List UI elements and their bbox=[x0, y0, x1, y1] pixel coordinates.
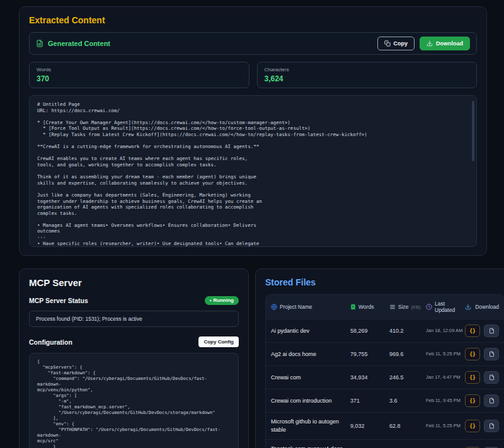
file-size: 3.6 bbox=[389, 398, 426, 404]
view-json-button[interactable]: {} bbox=[465, 348, 480, 360]
stats-row: Words 370 Characters 3,624 bbox=[29, 62, 477, 88]
file-name: Crewai com introduction bbox=[271, 397, 350, 405]
view-markdown-button[interactable] bbox=[484, 325, 499, 337]
scrollbar-thumb[interactable] bbox=[472, 101, 474, 161]
table-row: Ag2 ai docs home 79,755 969.6 Feb 11, 5:… bbox=[266, 342, 504, 365]
process-status-text: Process found (PID: 1531); Process is ac… bbox=[36, 316, 142, 322]
table-body: Ai pydantic dev 58,269 410.2 Jan 18, 12:… bbox=[266, 319, 504, 448]
table-row: Ai pydantic dev 58,269 410.2 Jan 18, 12:… bbox=[266, 319, 504, 342]
file-updated: Feb 11, 5:25 PM bbox=[426, 351, 465, 357]
view-json-button[interactable]: {} bbox=[465, 371, 480, 384]
table-row: Microsoft github io autogen stable 9,032… bbox=[266, 412, 504, 439]
clock-icon bbox=[426, 304, 432, 310]
status-badge: • Running bbox=[205, 296, 239, 305]
col-words: Words bbox=[350, 304, 389, 310]
file-icon bbox=[489, 423, 495, 429]
page-root: Extracted Content Generated Content bbox=[0, 0, 504, 448]
extracted-content-title: Extracted Content bbox=[29, 15, 477, 25]
config-viewer: { "mcpServers": { "fast-markdown": { "co… bbox=[29, 353, 239, 448]
characters-stat-value: 3,624 bbox=[265, 74, 470, 83]
copy-config-button[interactable]: Copy Config bbox=[198, 336, 239, 347]
file-words: 58,269 bbox=[350, 328, 389, 334]
file-updated: Feb 11, 5:25 PM bbox=[426, 423, 465, 429]
view-json-button[interactable]: {} bbox=[465, 420, 480, 432]
col-project-name: Project Name bbox=[271, 304, 350, 310]
characters-stat-label: Characters bbox=[265, 67, 470, 72]
table-header-row: Project Name Words bbox=[266, 295, 504, 319]
view-markdown-button[interactable] bbox=[484, 348, 499, 360]
file-icon bbox=[489, 398, 495, 404]
col-last-updated: Last Updated bbox=[426, 301, 465, 313]
stored-files-panel: Stored Files Project Name bbox=[255, 268, 504, 448]
view-markdown-button[interactable] bbox=[484, 394, 499, 407]
mcp-server-title: MCP Server bbox=[29, 277, 239, 288]
download-button-label: Download bbox=[436, 40, 463, 47]
status-badge-label: Running bbox=[214, 297, 234, 303]
file-name: Ai pydantic dev bbox=[271, 327, 350, 335]
col-download: Download bbox=[465, 304, 499, 310]
view-json-button[interactable]: {} bbox=[465, 325, 480, 337]
table-row: Crewai com introduction 371 3.6 Feb 11, … bbox=[266, 389, 504, 412]
file-words: 9,032 bbox=[350, 423, 389, 429]
generated-content-bar: Generated Content Copy bbox=[29, 32, 477, 55]
status-dot: • bbox=[210, 297, 212, 303]
download-icon bbox=[427, 40, 433, 47]
file-name: Crewai com bbox=[271, 374, 350, 382]
file-size: 969.6 bbox=[389, 351, 426, 357]
copy-config-label: Copy Config bbox=[203, 339, 234, 345]
words-stat-label: Words bbox=[37, 67, 242, 72]
copy-button-label: Copy bbox=[394, 40, 408, 47]
extracted-content-panel: Extracted Content Generated Content bbox=[19, 6, 487, 256]
stored-files-title: Stored Files bbox=[265, 277, 504, 287]
file-words: 34,934 bbox=[350, 374, 389, 381]
file-name: Ag2 ai docs home bbox=[271, 350, 350, 359]
col-download-label: Download bbox=[475, 304, 499, 310]
view-markdown-button[interactable] bbox=[484, 371, 499, 384]
configuration-heading: Configuration bbox=[29, 338, 72, 346]
col-words-label: Words bbox=[358, 304, 374, 310]
download-column-icon bbox=[465, 304, 471, 310]
file-icon bbox=[489, 328, 495, 334]
col-size-unit: (KB) bbox=[411, 304, 421, 310]
config-json-text: { "mcpServers": { "fast-markdown": { "co… bbox=[37, 359, 231, 448]
table-row: Tanstack com query v4 docs framework rea… bbox=[266, 439, 504, 448]
words-stat: Words 370 bbox=[29, 62, 249, 88]
download-button[interactable]: Download bbox=[420, 37, 470, 50]
copy-button[interactable]: Copy bbox=[377, 37, 415, 50]
characters-stat: Characters 3,624 bbox=[257, 62, 478, 88]
file-size: 246.5 bbox=[389, 374, 426, 381]
generated-content-label: Generated Content bbox=[48, 40, 110, 47]
copy-icon bbox=[384, 40, 391, 47]
stored-files-table: Project Name Words bbox=[265, 294, 504, 448]
file-size: 410.2 bbox=[389, 328, 426, 334]
mcp-server-panel: MCP Server MCP Server Status • Running P… bbox=[19, 268, 249, 448]
file-name: Microsoft github io autogen stable bbox=[271, 418, 350, 434]
mcp-status-heading: MCP Server Status bbox=[29, 297, 88, 304]
document-icon bbox=[36, 40, 43, 47]
file-updated: Jan 18, 12:09 AM bbox=[426, 328, 465, 334]
process-status-box: Process found (PID: 1531); Process is ac… bbox=[29, 311, 239, 327]
view-json-button[interactable]: {} bbox=[465, 394, 480, 407]
file-updated: Jan 17, 4:47 PM bbox=[426, 374, 465, 381]
file-words: 371 bbox=[350, 398, 389, 404]
file-icon bbox=[489, 374, 495, 381]
col-project-name-label: Project Name bbox=[280, 304, 312, 310]
col-size-label: Size bbox=[398, 304, 409, 310]
file-name: Tanstack com query v4 docs framework rea… bbox=[271, 445, 350, 448]
file-words: 79,755 bbox=[350, 351, 389, 357]
col-last-updated-label: Last Updated bbox=[435, 301, 465, 313]
list-lines-icon bbox=[389, 304, 396, 310]
words-stat-value: 370 bbox=[37, 74, 242, 83]
extracted-content-text: # Untitled Page URL: https://docs.crewai… bbox=[37, 101, 469, 246]
table-row: Crewai com 34,934 246.5 Jan 17, 4:47 PM … bbox=[266, 365, 504, 389]
file-updated: Feb 11, 9:45 PM bbox=[426, 398, 465, 404]
col-size: Size (KB) bbox=[389, 304, 426, 310]
file-icon bbox=[489, 351, 495, 357]
file-size: 62.8 bbox=[389, 423, 426, 429]
globe-icon bbox=[271, 304, 277, 310]
view-markdown-button[interactable] bbox=[484, 420, 499, 432]
extracted-content-viewer: # Untitled Page URL: https://docs.crewai… bbox=[29, 95, 477, 247]
words-doc-icon bbox=[350, 304, 356, 310]
